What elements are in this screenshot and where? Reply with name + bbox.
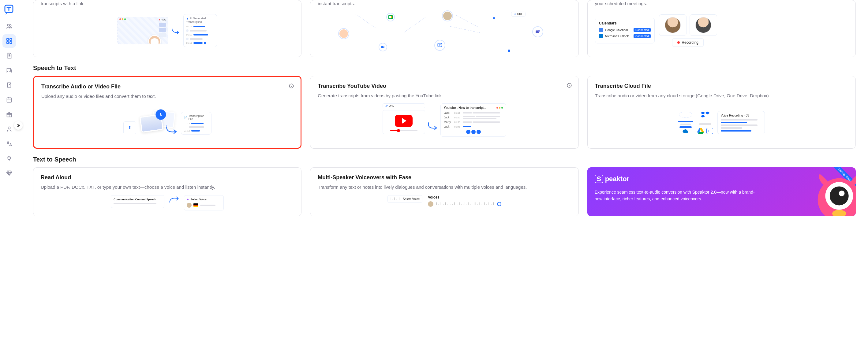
nav-documents-icon[interactable] [2, 49, 16, 62]
url-label: URL [389, 104, 394, 107]
nav-team-icon[interactable] [2, 20, 16, 33]
illustration: Communication Content Speech ✦Select Voi… [41, 195, 294, 210]
section-title-stt: Speech to Text [33, 65, 856, 72]
svg-point-22 [830, 186, 849, 205]
illustration: ┃╷┃╷╷┃Select Voice Voices ┃╷┃╷╷┃╷┃╷╷┃┃╷┃… [318, 195, 571, 207]
top-card-instant-transcripts[interactable]: instant transcripts. URL [310, 0, 579, 57]
onedrive-icon [682, 129, 689, 133]
dropbox-icon [701, 111, 710, 119]
arrow-icon [427, 119, 439, 133]
main-content: transcripts with a link. ● REC [18, 0, 868, 364]
mascot-icon [811, 171, 856, 216]
nav-notes-icon[interactable] [2, 78, 16, 92]
svg-rect-5 [7, 42, 8, 43]
nav-integrations-icon[interactable] [2, 152, 16, 165]
file-label: Voice Recording - 03 [721, 114, 762, 117]
card-read-aloud[interactable]: Read Aloud Upload a PDF, DOCx, TXT, or t… [33, 167, 302, 216]
nav-dashboard-icon[interactable] [2, 34, 16, 48]
arrow-icon [171, 26, 180, 35]
card-transcribe-youtube[interactable]: Transcribe YouTube Video Generate transc… [310, 76, 579, 149]
card-transcribe-cloud[interactable]: Transcribe Cloud File Transcribe audio o… [587, 76, 856, 149]
svg-point-2 [9, 25, 11, 27]
card-desc: Upload any audio or video files and conv… [41, 93, 293, 100]
arrow-icon [168, 195, 180, 204]
svg-point-23 [839, 190, 845, 196]
top-card-share-transcripts[interactable]: transcripts with a link. ● REC [33, 0, 302, 57]
calendar-google: Google Calendar [605, 28, 628, 32]
svg-point-1 [7, 24, 9, 26]
illustration: Calendars Google Calendar Connected Micr… [595, 12, 848, 50]
top-card-calendar-meetings[interactable]: your scheduled meetings. Calendars Googl… [587, 0, 856, 57]
card-title: Multi-Speaker Voiceovers with Ease [318, 174, 571, 181]
card-desc: Transform any text or notes into lively … [318, 184, 571, 191]
svg-rect-14 [381, 46, 383, 48]
illustration: Voice Recording - 03 [595, 103, 848, 142]
card-desc: Transcribe audio or video from any cloud… [595, 92, 848, 99]
ai-subtitle: Transcription [186, 21, 214, 24]
nav-translate-icon[interactable] [2, 137, 16, 151]
top-card-desc: instant transcripts. [318, 0, 571, 7]
nav-premium-icon[interactable] [2, 166, 16, 180]
sidebar-expand-button[interactable] [14, 121, 23, 130]
card-speaktor-promo[interactable]: Coming Soon Speaktor Experience seamless… [587, 167, 856, 216]
svg-rect-18 [160, 113, 161, 115]
url-label: URL [517, 12, 523, 15]
card-multi-speaker[interactable]: Multi-Speaker Voiceovers with Ease Trans… [310, 167, 579, 216]
card-desc: Upload a PDF, DOCx, TXT, or type your ow… [41, 184, 294, 191]
voices-label: Voices [428, 195, 501, 199]
svg-rect-13 [389, 15, 391, 18]
connected-badge: Connected [633, 28, 651, 32]
sidebar [0, 0, 18, 364]
svg-rect-3 [7, 38, 8, 40]
nav-chat-icon[interactable] [2, 64, 16, 77]
card-title: Read Aloud [41, 174, 294, 181]
info-icon[interactable] [566, 82, 572, 89]
svg-rect-7 [7, 98, 12, 102]
calendars-title: Calendars [599, 21, 651, 25]
nav-gift-icon[interactable] [2, 108, 16, 121]
info-icon[interactable] [288, 83, 294, 89]
flag-germany-icon [193, 203, 198, 207]
svg-rect-6 [10, 42, 12, 43]
speech-label: Communication Content Speech [114, 198, 162, 201]
calendar-outlook: Microsoft Outlook [605, 35, 629, 38]
top-card-desc: transcripts with a link. [41, 0, 294, 7]
svg-point-9 [8, 127, 10, 129]
card-title: Transcribe Cloud File [595, 83, 848, 89]
section-title-tts: Text to Speech [33, 156, 856, 163]
card-transcribe-file[interactable]: Transcribe Audio or Video File Upload an… [33, 76, 302, 149]
nav-calendar-icon[interactable] [2, 93, 16, 106]
connected-badge: Connected [633, 34, 651, 38]
illustration: URL Youtube - How to transcript... Jack0… [318, 103, 571, 142]
card-title: Transcribe YouTube Video [318, 83, 571, 89]
logo-icon[interactable] [3, 4, 15, 16]
illustration: ● REC ✦AI Generated [41, 12, 294, 50]
top-card-desc: your scheduled meetings. [595, 0, 848, 7]
yt-title: Youtube - How to transcript... [444, 106, 486, 109]
rec-label: REC [161, 19, 166, 21]
card-title: Transcribe Audio or Video File [41, 84, 293, 90]
youtube-play-icon [395, 115, 412, 127]
select-voice-label: Select Voice [403, 197, 420, 201]
speaktor-logo: Speaktor [595, 175, 848, 183]
illustration: URL [318, 12, 571, 52]
promo-text: Experience seamless text-to-audio conver… [595, 189, 760, 202]
voice-label: Select Voice [190, 198, 206, 201]
svg-rect-16 [538, 30, 539, 32]
gdrive-icon [697, 128, 704, 134]
ai-title: AI Generated [189, 17, 206, 20]
recording-label: Recording [682, 40, 699, 45]
card-desc: Generate transcripts from videos by past… [318, 92, 571, 99]
illustration: 📄Transcription File 01:12 01:12 [41, 104, 293, 142]
svg-rect-4 [10, 38, 12, 40]
file-label: Transcription File [189, 114, 209, 121]
